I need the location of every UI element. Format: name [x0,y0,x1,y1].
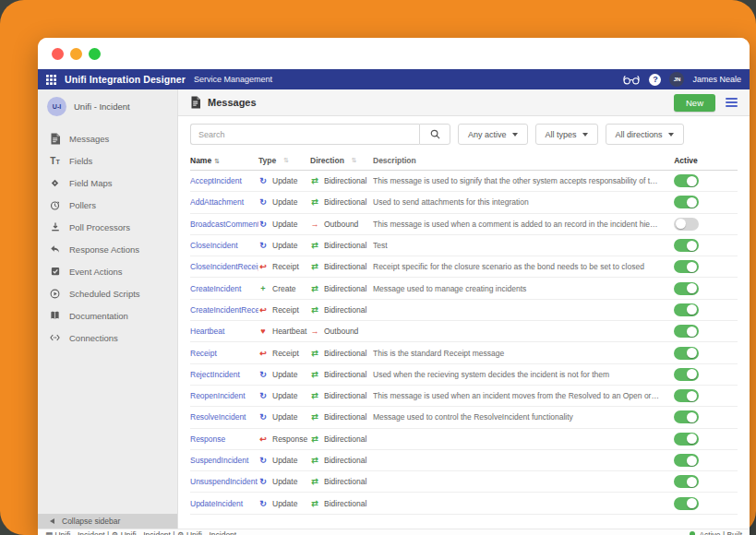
direction-cell: ⇄Bidirectional [310,434,373,444]
sidebar-item-connections[interactable]: Connections [38,327,177,349]
active-toggle[interactable] [674,303,699,316]
navbar-service-management-link[interactable]: Service Management [194,75,272,84]
response-actions-icon [49,244,61,255]
message-name-link[interactable]: CloseIncidentReceipt [190,262,258,271]
direction-filter-dropdown[interactable]: All directions [606,124,684,145]
apps-grid-icon[interactable] [46,75,56,85]
event-actions-icon [49,266,61,277]
message-name-link[interactable]: SuspendIncident [190,456,248,465]
direction-label: Bidirectional [324,284,366,293]
column-header-name[interactable]: Name⇅ [190,156,258,165]
table-row: CreateIncidentReceipt↩Receipt⇄Bidirectio… [190,300,738,321]
table-row: CloseIncident↻Update⇄BidirectionalTest [190,235,738,256]
integration-switcher[interactable]: U-I Unifi - Incident [38,89,177,123]
message-name-link[interactable]: UpdateIncident [190,499,243,508]
direction-label: Outbound [324,327,358,336]
active-toggle[interactable] [674,368,699,381]
message-name-link[interactable]: UnsuspendIncident [190,477,258,486]
message-name-link[interactable]: BroadcastComment [190,220,258,229]
active-toggle[interactable] [674,174,699,187]
message-name-link[interactable]: CreateIncident [190,284,241,293]
type-filter-dropdown[interactable]: All types [535,124,598,145]
toggle-knob [687,262,697,272]
table-body: AcceptIncident↻Update⇄BidirectionalThis … [190,171,738,515]
message-name-link[interactable]: Receipt [190,349,217,358]
active-toggle[interactable] [674,497,699,510]
chevron-down-icon [512,133,518,137]
active-filter-dropdown[interactable]: Any active [458,124,528,145]
sidebar-item-documentation[interactable]: Documentation [38,304,177,327]
sidebar-item-pollers[interactable]: Pollers [38,194,177,216]
collapse-caret-icon [50,518,54,524]
column-header-direction[interactable]: Direction⇅ [310,156,373,165]
sidebar-item-poll-processors[interactable]: Poll Processors [38,216,177,238]
table-row: Response↩Response⇄Bidirectional [190,429,738,450]
active-toggle[interactable] [674,475,699,488]
message-name-link[interactable]: CreateIncidentReceipt [190,305,258,315]
sidebar-item-label: Connections [69,333,118,343]
refresh-icon: ↻ [258,241,268,250]
collapse-sidebar-label: Collapse sidebar [62,517,120,526]
message-name-link[interactable]: Response [190,434,225,444]
message-name-cell: CreateIncidentReceipt [190,305,258,315]
sidebar-item-scheduled-scripts[interactable]: Scheduled Scripts [38,282,177,304]
active-cell [666,497,706,510]
toggle-knob [687,456,697,466]
active-toggle[interactable] [674,218,699,231]
sidebar-item-fields[interactable]: TTFields [38,149,177,172]
active-toggle[interactable] [674,433,699,446]
column-header-type[interactable]: Type⇅ [258,156,310,165]
type-cell: ↻Update [258,241,310,250]
sidebar-item-response-actions[interactable]: Response Actions [38,238,177,260]
statusbar-open-tabs[interactable]: ▦ Unifi - Incident | ⚙ Unifi - Incident … [45,530,236,535]
spectacles-icon[interactable] [622,75,641,85]
reply-icon: ↩ [258,262,268,271]
message-name-link[interactable]: ResolveIncident [190,412,246,422]
active-cell [666,239,706,252]
user-name[interactable]: James Neale [692,75,741,84]
sidebar-item-label: Field Maps [69,178,112,188]
minimize-window-button[interactable] [70,48,82,60]
active-toggle[interactable] [674,282,699,295]
active-toggle[interactable] [674,196,699,208]
table-row: RejectIncident↻Update⇄BidirectionalUsed … [190,364,738,386]
direction-cell: →Outbound [310,220,373,229]
message-name-link[interactable]: AddAttachment [190,197,244,207]
description-cell: Test [373,241,666,250]
message-name-link[interactable]: RejectIncident [190,370,240,379]
type-label: Update [272,412,297,422]
poll-processors-icon [49,221,61,232]
help-icon[interactable]: ? [649,74,661,86]
active-cell [666,303,706,316]
menu-icon[interactable] [726,98,738,107]
active-toggle[interactable] [674,454,699,467]
close-window-button[interactable] [52,48,64,60]
message-name-link[interactable]: ReopenIncident [190,391,246,400]
active-toggle[interactable] [674,325,699,338]
active-toggle[interactable] [674,239,699,252]
direction-label: Outbound [324,220,358,229]
collapse-sidebar-button[interactable]: Collapse sidebar [38,514,177,529]
message-name-link[interactable]: AcceptIncident [190,176,242,185]
search-input[interactable] [190,124,419,145]
connections-icon [49,332,61,343]
sidebar-item-event-actions[interactable]: Event Actions [38,260,177,282]
table-row: AddAttachment↻Update⇄BidirectionalUsed t… [190,192,738,213]
table-row: ReopenIncident↻Update⇄BidirectionalThis … [190,386,738,407]
search-button[interactable] [419,124,450,145]
sidebar-item-field-maps[interactable]: Field Maps [38,172,177,194]
active-toggle[interactable] [674,260,699,273]
table-row: ResolveIncident↻Update⇄BidirectionalMess… [190,407,738,428]
message-name-link[interactable]: Heartbeat [190,327,224,336]
direction-label: Bidirectional [324,499,366,508]
active-toggle[interactable] [674,410,699,423]
maximize-window-button[interactable] [89,48,101,60]
description-cell: This message is used when a comment is a… [373,220,666,229]
active-toggle[interactable] [674,347,699,360]
sidebar-item-messages[interactable]: Messages [38,127,177,149]
sort-icon: ⇅ [283,157,289,164]
message-name-link[interactable]: CloseIncident [190,241,238,250]
user-avatar[interactable]: JN [669,72,684,87]
active-toggle[interactable] [674,389,699,402]
new-message-button[interactable]: New [674,94,715,112]
